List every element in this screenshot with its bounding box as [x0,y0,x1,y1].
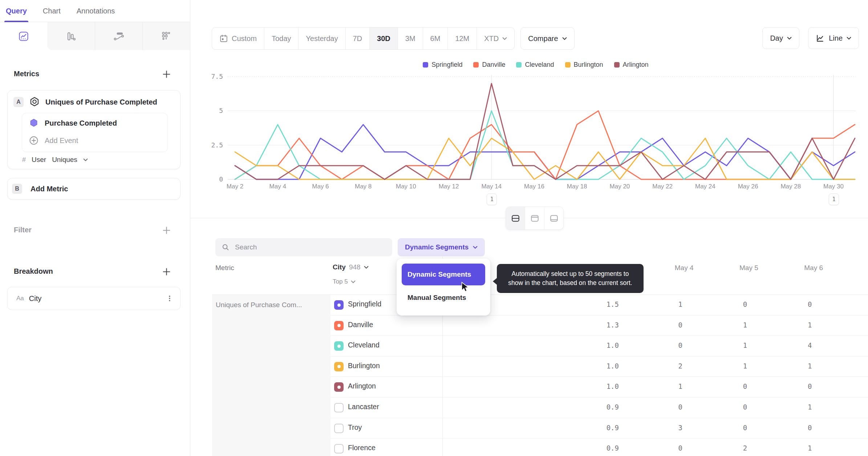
segment-name: Arlington [348,382,376,390]
compare-button[interactable]: Compare [520,27,574,50]
tab-annotations[interactable]: Annotations [77,0,115,22]
dropdown-item-manual-segments[interactable]: Manual Segments [402,288,485,308]
cell-value: 0 [707,403,747,411]
cell-value: 2 [642,362,682,370]
segment-checkbox-arlington[interactable] [334,382,344,392]
legend-swatch [423,62,428,68]
tab-chart[interactable]: Chart [43,0,61,22]
chart-type-tab-line-chart[interactable] [0,22,47,50]
layout-toggle-group [506,207,564,230]
annotation-badge[interactable]: 1 [829,194,839,205]
table-row-danville[interactable]: Danville1.301131 [330,315,868,336]
segment-checkbox-florence[interactable] [334,444,344,453]
range-button-7d[interactable]: 7D [345,28,370,49]
legend-item-springfield[interactable]: Springfield [423,61,462,69]
cell-value: 0 [837,444,868,452]
measure-selector[interactable]: # User Uniques [22,156,88,164]
range-button-xtd[interactable]: XTD [476,28,514,49]
add-metric-card[interactable]: B Add Metric [7,178,181,200]
line-chart[interactable] [196,73,868,182]
event-row[interactable]: Purchase Completed [29,118,117,128]
chart-style-button[interactable]: Line [808,27,859,49]
segment-checkbox-springfield[interactable] [334,300,344,310]
metric-b-badge: B [12,184,22,194]
x-axis-tick: May 26 [730,183,766,190]
chart-type-tab-flow[interactable] [95,22,142,50]
table-row-florence[interactable]: Florence0.902100 [330,439,868,456]
series-line-burlington[interactable] [235,138,855,179]
cell-value: 1 [837,341,868,349]
cell-value: 1 [772,321,812,329]
search-icon [222,243,230,251]
table-row-burlington[interactable]: Burlington1.021100 [330,357,868,377]
add-event-label: Add Event [45,137,78,145]
layout-toggle-bottom-panel[interactable] [544,207,563,229]
measure-entity: User [32,156,46,164]
table-row-cleveland[interactable]: Cleveland1.001410 [330,336,868,357]
range-button-3m[interactable]: 3M [398,28,423,49]
layout-toggle-split-view[interactable] [506,207,525,229]
kebab-menu-icon[interactable] [166,294,174,302]
column-header-metric: Metric [215,264,234,272]
range-button-yesterday[interactable]: Yesterday [298,28,345,49]
annotation-badge[interactable]: 1 [487,194,497,205]
event-name: Purchase Completed [45,119,117,127]
segment-checkbox-lancaster[interactable] [334,403,344,412]
cell-value: 0 [772,382,812,390]
cell-value: 0 [642,341,682,349]
mouse-cursor [461,282,471,293]
breakdown-item-city[interactable]: Aa City [7,287,181,310]
cell-value: 0 [707,382,747,390]
add-metric-plus-icon[interactable] [162,70,171,79]
cell-value: 1.3 [579,321,619,329]
range-button-today[interactable]: Today [264,28,298,49]
column-header-city[interactable]: City 948 [333,263,369,271]
legend-label: Burlington [574,61,603,69]
granularity-button[interactable]: Day [762,27,799,49]
x-axis-tick: May 22 [644,183,681,190]
add-breakdown-plus-icon[interactable] [162,267,171,276]
search-input[interactable] [234,243,377,252]
range-button-custom[interactable]: Custom [212,28,264,49]
range-button-6m[interactable]: 6M [423,28,448,49]
add-event-row[interactable]: Add Event [29,135,78,146]
cell-value: 1 [772,444,812,452]
segment-checkbox-cleveland[interactable] [334,341,344,351]
range-button-30d[interactable]: 30D [369,28,398,49]
x-axis-tick: May 18 [559,183,595,190]
metric-card-a[interactable]: A Uniques of Purchase Completed Purchase… [7,90,181,169]
metrics-section-title: Metrics [14,70,39,78]
cell-value: 0 [642,403,682,411]
segments-mode-label: Dynamic Segments [405,243,469,251]
legend-item-cleveland[interactable]: Cleveland [516,61,554,69]
legend-label: Danville [482,61,505,69]
table-row-lancaster[interactable]: Lancaster0.900112 [330,398,868,418]
layout-toggle-top-panel[interactable] [525,207,544,229]
table-row-troy[interactable]: Troy0.930001 [330,418,868,439]
segment-checkbox-burlington[interactable] [334,362,344,371]
legend-item-danville[interactable]: Danville [473,61,505,69]
tab-query[interactable]: Query [6,0,27,22]
add-event-icon [29,135,39,146]
x-axis-tick: May 30 [815,183,852,190]
cell-value: 1 [707,321,747,329]
segment-checkbox-troy[interactable] [334,424,344,433]
legend-label: Cleveland [525,61,554,69]
chevron-down-icon [364,266,369,269]
segment-search[interactable] [215,238,392,256]
chart-type-tab-funnel-dots[interactable] [142,22,190,50]
bar-chart-icon [65,31,76,42]
table-row-arlington[interactable]: Arlington1.010011 [330,377,868,398]
query-sidebar: QueryChartAnnotations Metrics A Uniques … [0,0,190,456]
top-n-selector[interactable]: Top 5 [333,278,356,285]
cell-value: 1 [837,403,868,411]
dropdown-item-dynamic-segments[interactable]: Dynamic Segments [402,264,485,285]
segments-mode-button[interactable]: Dynamic Segments [398,238,485,256]
legend-item-burlington[interactable]: Burlington [565,61,603,69]
chart-type-tab-bar-chart[interactable] [47,22,94,50]
legend-item-arlington[interactable]: Arlington [614,61,649,69]
segment-name: Cleveland [348,341,380,349]
add-filter-plus-icon[interactable] [162,226,171,235]
range-button-12m[interactable]: 12M [447,28,476,49]
segment-checkbox-danville[interactable] [334,321,344,330]
